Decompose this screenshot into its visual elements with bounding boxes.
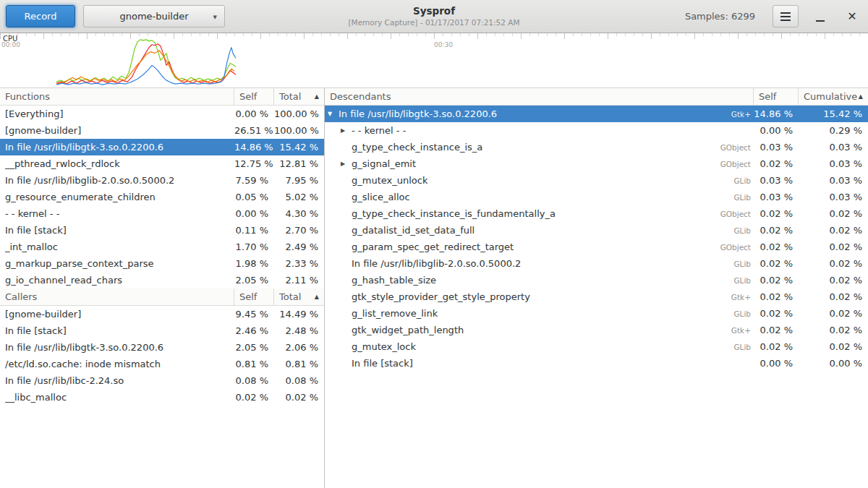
table-row[interactable]: In file [stack]2.46 %2.48 % [0,322,324,339]
table-row[interactable]: g_mutex_lockGLib0.02 %0.02 % [325,338,868,355]
table-row[interactable]: g_resource_enumerate_children0.05 %5.02 … [0,189,324,205]
cumulative-percentage: 0.03 % [799,175,868,186]
column-header-total[interactable]: Total▲ [274,88,324,105]
function-name: g_slice_alloc [352,192,410,202]
table-row[interactable]: ▼In file /usr/lib/libgtk-3.so.0.2200.6Gt… [325,106,868,122]
header-right: Samples: 6299 ✕ [685,5,862,27]
descendants-table-header: DescendantsSelfCumulative▲ [325,88,868,106]
function-name: g_hash_table_size [352,275,436,286]
column-header-self[interactable]: Self [234,288,274,305]
function-name-cell: g_list_remove_linkGLib [325,308,754,319]
function-name: [gnome-builder] [5,125,81,136]
function-name: In file /usr/lib/libgtk-3.so.0.2200.6 [5,142,163,153]
record-button[interactable]: Record [6,5,75,27]
self-percentage: 0.02 % [754,208,799,219]
function-name: _int_malloc [5,241,58,252]
table-row[interactable]: ▶- - kernel - -0.00 %0.29 % [325,122,868,139]
library-tag: GObject [713,210,751,218]
table-row[interactable]: g_markup_parse_context_parse1.98 %2.33 % [0,255,324,272]
table-row[interactable]: __pthread_rwlock_rdlock12.75 %12.81 % [0,155,324,172]
function-name-cell: g_markup_parse_context_parse [0,258,234,269]
column-header-callers[interactable]: Callers [0,288,234,305]
total-percentage: 12.81 % [274,158,324,169]
table-row[interactable]: - - kernel - -0.00 %4.30 % [0,205,324,222]
self-percentage: 0.11 % [234,225,274,236]
table-row[interactable]: g_datalist_id_set_data_fullGLib0.02 %0.0… [325,222,868,239]
table-row[interactable]: g_type_check_instance_is_fundamentally_a… [325,205,868,222]
column-header-descendants[interactable]: Descendants [325,88,754,105]
table-row[interactable]: [gnome-builder]9.45 %14.49 % [0,306,324,322]
column-header-functions[interactable]: Functions [0,88,234,105]
function-name: In file /usr/lib/libgtk-3.so.0.2200.6 [339,108,497,119]
table-row[interactable]: g_mutex_unlockGLib0.03 %0.03 % [325,172,868,189]
function-name-cell: __libc_malloc [0,392,234,403]
table-row[interactable]: g_type_check_instance_is_aGObject0.03 %0… [325,139,868,155]
expander-open-icon[interactable]: ▼ [328,111,339,117]
total-percentage: 15.42 % [274,142,324,153]
table-row[interactable]: In file /usr/lib/libgtk-3.so.0.2200.614.… [0,139,324,155]
column-header-cumulative[interactable]: Cumulative▲ [799,88,868,105]
hamburger-icon [780,16,791,17]
table-row[interactable]: _int_malloc1.70 %2.49 % [0,239,324,255]
right-pane: DescendantsSelfCumulative▲ ▼In file /usr… [325,88,868,488]
table-row[interactable]: g_io_channel_read_chars2.05 %2.11 % [0,272,324,288]
expander-closed-icon[interactable]: ▶ [341,127,352,134]
function-name-cell: g_io_channel_read_chars [0,275,234,286]
menu-button[interactable] [773,5,799,27]
cumulative-percentage: 0.03 % [799,158,868,169]
function-name-cell: /etc/ld.so.cache: inode mismatch [0,359,234,369]
close-button[interactable]: ✕ [842,5,862,27]
function-name-cell: ▶g_signal_emitGObject [325,158,754,169]
function-name: g_type_check_instance_is_fundamentally_a [352,208,556,219]
minimize-icon [816,20,825,22]
table-row[interactable]: In file /usr/lib/libglib-2.0.so.0.5000.2… [0,172,324,189]
table-row[interactable]: g_param_spec_get_redirect_targetGObject0… [325,239,868,255]
table-row[interactable]: [Everything]0.00 %100.00 % [0,106,324,122]
total-percentage: 0.81 % [274,359,324,369]
function-name: In file [stack] [352,358,413,369]
cpu-graph-area[interactable]: CPU 00:00 00:30 [0,33,868,88]
function-name-cell: [gnome-builder] [0,125,234,136]
self-percentage: 0.03 % [754,142,799,153]
table-row[interactable]: In file /usr/lib/libgtk-3.so.0.2200.62.0… [0,339,324,356]
function-name: g_mutex_lock [352,341,416,352]
samples-count: Samples: 6299 [685,11,755,22]
function-name: g_mutex_unlock [352,175,427,186]
table-row[interactable]: g_list_remove_linkGLib0.02 %0.02 % [325,305,868,322]
table-row[interactable]: In file [stack]0.00 %0.00 % [325,355,868,372]
column-header-total[interactable]: Total▲ [274,288,324,305]
time-label-start: 00:00 [1,41,20,48]
expander-closed-icon[interactable]: ▶ [341,160,352,167]
table-row[interactable]: g_slice_allocGLib0.03 %0.03 % [325,189,868,205]
headerbar: Record gnome-builder ▼ Sysprof [Memory C… [0,0,868,33]
total-percentage: 2.48 % [274,325,324,336]
self-percentage: 2.05 % [234,275,274,286]
table-row[interactable]: In file /usr/lib/libc-2.24.so0.08 %0.08 … [0,372,324,389]
table-row[interactable]: /etc/ld.so.cache: inode mismatch0.81 %0.… [0,356,324,372]
function-name: __libc_malloc [5,392,67,403]
cumulative-percentage: 0.02 % [799,308,868,319]
function-name: In file /usr/lib/libgtk-3.so.0.2200.6 [5,342,163,353]
table-row[interactable]: __libc_malloc0.02 %0.02 % [0,389,324,406]
column-header-self[interactable]: Self [754,88,799,105]
self-percentage: 0.02 % [754,325,799,335]
function-name-cell: ▶- - kernel - - [325,125,754,136]
cumulative-percentage: 0.02 % [799,241,868,252]
cumulative-percentage: 0.02 % [799,341,868,352]
table-row[interactable]: ▶g_signal_emitGObject0.02 %0.03 % [325,155,868,172]
function-name-cell: In file /usr/lib/libgtk-3.so.0.2200.6 [0,142,234,153]
table-row[interactable]: In file /usr/lib/libglib-2.0.so.0.5000.2… [325,255,868,272]
minimize-button[interactable] [810,5,830,27]
table-row[interactable]: In file [stack]0.11 %2.70 % [0,222,324,239]
total-percentage: 2.06 % [274,342,324,353]
column-header-self[interactable]: Self [234,88,274,105]
functions-table-body: [Everything]0.00 %100.00 %[gnome-builder… [0,106,324,288]
callers-table: CallersSelfTotal▲ [gnome-builder]9.45 %1… [0,288,324,406]
table-row[interactable]: g_hash_table_sizeGLib0.02 %0.02 % [325,272,868,288]
function-name: In file /usr/lib/libc-2.24.so [5,375,124,386]
self-percentage: 2.46 % [234,325,274,336]
table-row[interactable]: gtk_style_provider_get_style_propertyGtk… [325,288,868,305]
process-selector-dropdown[interactable]: gnome-builder ▼ [83,5,225,27]
table-row[interactable]: gtk_widget_path_lengthGtk+0.02 %0.02 % [325,322,868,338]
table-row[interactable]: [gnome-builder]26.51 %100.00 % [0,122,324,139]
